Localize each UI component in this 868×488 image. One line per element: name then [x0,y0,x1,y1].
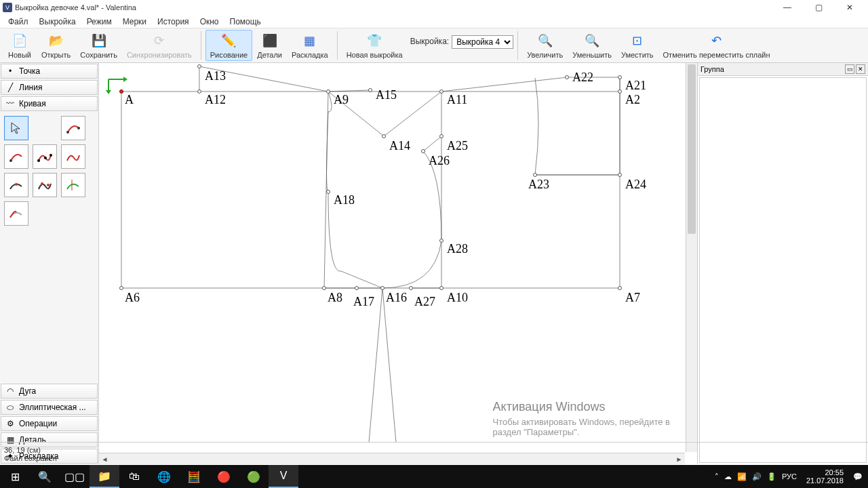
tool-spline4[interactable] [61,144,85,169]
tool-spline2[interactable] [4,144,28,169]
panel-close-button[interactable]: ✕ [856,64,865,74]
start-button[interactable]: ⊞ [0,465,30,488]
maximize-button[interactable]: ▢ [803,0,834,15]
point-A22[interactable] [565,75,569,79]
panel-undock-button[interactable]: ▭ [845,64,854,74]
search-button[interactable]: 🔍 [30,465,60,488]
drawing-canvas[interactable]: AA13A12A9A15A11A21A2A22A14A25A26A18A23A2… [99,63,685,452]
point-A13[interactable] [197,64,201,68]
menu-Выкройка[interactable]: Выкройка [34,16,81,28]
zoom-fit-icon: ⊡ [629,32,646,49]
new-button[interactable]: 📄Новый [3,30,37,61]
taskbar: ⊞ 🔍 ▢▢ 📁 🛍 🌐 🧮 🔴 🟢 V ˄ ☁ 📶 🔊 🔋 РУС 20:55… [0,465,868,488]
calc-taskbar-icon[interactable]: 🧮 [179,465,209,488]
point-A8[interactable] [322,286,326,290]
point-A6[interactable] [119,286,123,290]
point-A10[interactable] [439,286,443,290]
pattern-select[interactable]: Выкройка 4 [452,35,513,49]
point-A27[interactable] [409,286,413,290]
tool-spline7[interactable] [61,173,85,197]
minimize-button[interactable]: — [772,0,803,15]
tray-lang[interactable]: РУС [782,472,797,481]
zoom-in-button[interactable]: 🔍Увеличить [522,30,568,61]
acc-operations[interactable]: ⚙Операции [1,416,98,431]
zoom-out-button[interactable]: 🔍Уменьшить [568,30,616,61]
menu-Помощь[interactable]: Помощь [224,16,267,28]
new-pattern-button[interactable]: 👕Новая выкройка [342,30,408,61]
menu-Режим[interactable]: Режим [81,16,117,28]
tool-spline5[interactable] [4,173,28,197]
point-A21[interactable] [618,75,622,79]
tray-battery-icon[interactable]: 🔋 [767,472,776,481]
svg-marker-33 [106,90,111,94]
utorrent-taskbar-icon[interactable]: 🟢 [239,465,269,488]
tool-spline6[interactable] [33,173,57,197]
tool-spline1[interactable] [61,116,85,140]
arc-icon: ◠ [5,386,15,396]
yandex-taskbar-icon[interactable]: 🔴 [209,465,239,488]
menu-Файл[interactable]: Файл [3,16,34,28]
point-A24[interactable] [618,173,622,177]
save-button[interactable]: 💾Сохранить [75,30,122,61]
taskbar-clock[interactable]: 20:5521.07.2018 [802,468,848,485]
valentina-taskbar-icon[interactable]: V [269,465,298,488]
store-taskbar-icon[interactable]: 🛍 [119,465,149,488]
layout-mode-button[interactable]: ▦Раскладка [287,30,333,61]
label-A22: A22 [572,70,593,85]
point-A12[interactable] [197,89,201,94]
acc-elliptical[interactable]: ⬭Эллиптическая ... [1,400,98,415]
point-A16[interactable] [380,286,384,290]
tray-onedrive-icon[interactable]: ☁ [724,472,732,481]
sync-button[interactable]: ⟳Синхронизировать [122,30,197,61]
menu-История[interactable]: История [152,16,195,28]
point-A17[interactable] [355,286,359,290]
label-A13: A13 [205,69,226,83]
menu-Мерки[interactable]: Мерки [117,16,152,28]
close-button[interactable]: ✕ [834,0,865,15]
details-mode-button[interactable]: ⬛Детали [252,30,287,61]
point-A14[interactable] [382,134,386,138]
point-A28[interactable] [439,239,443,243]
tool-spline8[interactable] [4,201,28,226]
menu-Окно[interactable]: Окно [195,16,224,28]
task-view-button[interactable]: ▢▢ [60,465,90,488]
acc-arc[interactable]: ◠Дуга [1,384,98,399]
label-A7: A7 [625,291,640,305]
point-A11[interactable] [439,89,443,94]
acc-curve[interactable]: 〰Кривая [1,96,98,111]
draw-mode-button[interactable]: ✏️Рисование [205,30,252,61]
open-icon: 📂 [47,32,65,49]
vertical-scrollbar[interactable] [686,63,697,452]
tool-spline3[interactable] [33,144,57,169]
explorer-taskbar-icon[interactable]: 📁 [90,465,119,488]
svg-point-5 [50,154,52,157]
tray-network-icon[interactable]: 📶 [737,472,747,481]
undo-spline-button[interactable]: ↶Отменить переместить сплайн [658,30,775,61]
ops-icon: ⚙ [5,419,15,428]
point-A2[interactable] [618,89,622,94]
acc-line[interactable]: ╱Линия [1,80,98,95]
main-area: •Точка ╱Линия 〰Кривая ◠Дуга ⬭Эллиптическ… [0,63,868,464]
tray-chevron-icon[interactable]: ˄ [715,472,719,481]
open-button[interactable]: 📂Открыть [37,30,75,61]
point-A23[interactable] [533,173,537,177]
tool-arrow[interactable] [4,116,28,140]
tray-volume-icon[interactable]: 🔊 [752,472,762,481]
acc-point[interactable]: •Точка [1,64,98,79]
tray-notifications-icon[interactable]: 💬 [853,472,863,481]
point-A15[interactable] [368,88,372,92]
label-A28: A28 [447,242,468,256]
point-A9[interactable] [326,89,330,94]
svg-point-8 [47,184,50,186]
zoom-fit-button[interactable]: ⊡Уместить [616,30,658,61]
label-A15: A15 [376,88,397,102]
point-A18[interactable] [326,190,330,194]
system-tray[interactable]: ˄ ☁ 📶 🔊 🔋 РУС 20:5521.07.2018 💬 [709,468,868,485]
point-A7[interactable] [618,286,622,290]
ellipse-icon: ⬭ [5,403,15,412]
label-A17: A17 [353,295,374,309]
chrome-taskbar-icon[interactable]: 🌐 [149,465,179,488]
point-A26[interactable] [421,149,425,153]
point-A25[interactable] [439,134,443,138]
point-A[interactable] [119,89,123,94]
